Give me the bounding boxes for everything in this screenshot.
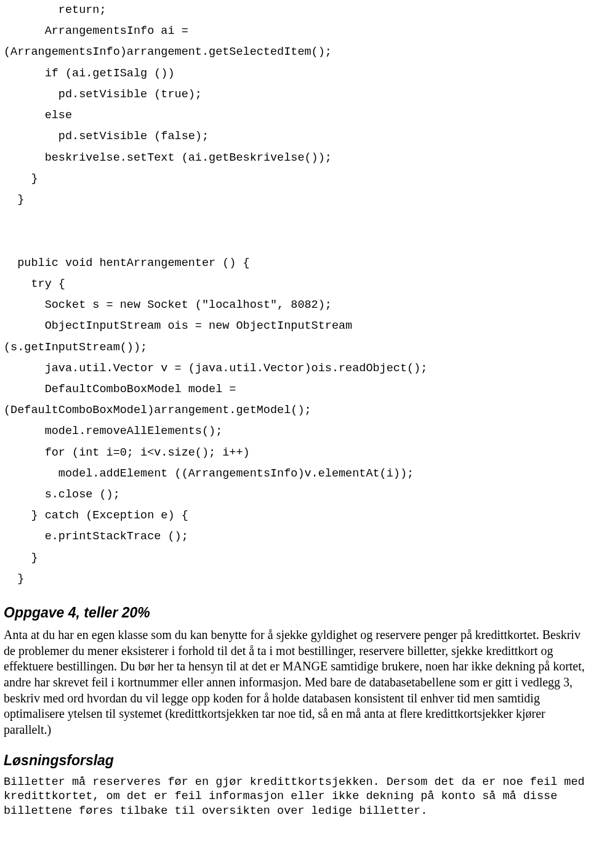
section-body-oppgave4: Anta at du har en egen klasse som du kan…: [4, 627, 587, 737]
section-heading-oppgave4: Oppgave 4, teller 20%: [4, 605, 587, 621]
code-listing: return; ArrangementsInfo ai = (Arrangeme…: [4, 0, 587, 590]
solution-body: Billetter må reserveres før en gjør kred…: [4, 775, 587, 818]
section-heading-losning: Løsningsforslag: [4, 752, 587, 769]
